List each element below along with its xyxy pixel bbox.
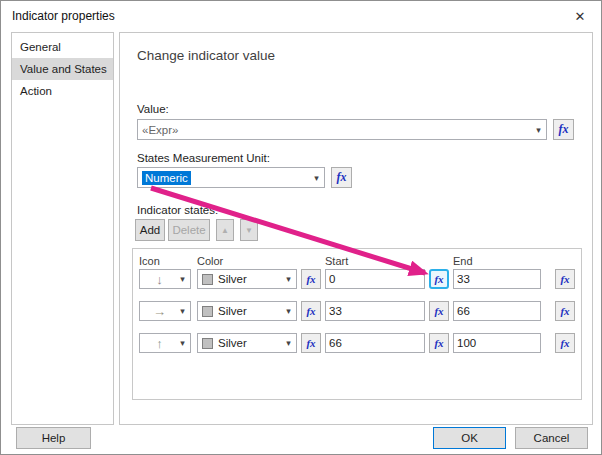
color-fx-button[interactable]: fx [301,333,321,353]
value-combobox-text: «Expr» [142,124,178,136]
state-row: → ▾ Silver ▾ fx fx fx [139,301,575,321]
icon-combobox[interactable]: ↑ ▾ [139,333,191,353]
ok-button[interactable]: OK [433,427,506,449]
color-combobox[interactable]: Silver ▾ [197,269,297,289]
end-input[interactable] [453,301,541,321]
end-input[interactable] [453,333,541,353]
close-icon[interactable]: ✕ [571,7,589,25]
help-button[interactable]: Help [16,427,91,449]
indicator-states-label: Indicator states: [137,204,218,216]
chevron-down-icon[interactable]: ▾ [281,334,296,352]
sidebar-item-value-and-states[interactable]: Value and States [12,58,113,80]
icon-column-header: Icon [139,255,191,267]
cancel-button[interactable]: Cancel [515,427,588,449]
unit-label: States Measurement Unit: [137,152,270,164]
states-toolbar: Add Delete ▲ ▼ [135,219,258,241]
value-combobox[interactable]: «Expr» ▾ [137,119,547,140]
unit-fx-button[interactable]: fx [331,167,352,188]
color-swatch [202,306,213,317]
chevron-down-icon[interactable]: ▾ [531,120,546,139]
start-fx-button[interactable]: fx [429,333,449,353]
chevron-down-icon[interactable]: ▾ [281,270,296,288]
sidebar-item-general[interactable]: General [12,36,113,58]
start-input[interactable] [325,269,425,289]
chevron-down-icon[interactable]: ▾ [175,334,190,352]
start-fx-button[interactable]: fx [429,269,449,289]
add-state-button[interactable]: Add [135,219,165,241]
start-input[interactable] [325,301,425,321]
chevron-down-icon[interactable]: ▾ [309,168,324,187]
states-table-header: Icon Color Start End [139,253,575,269]
icon-combobox[interactable]: → ▾ [139,301,191,321]
chevron-down-icon[interactable]: ▾ [175,270,190,288]
unit-combobox[interactable]: Numeric ▾ [137,167,325,188]
page-title: Change indicator value [137,48,275,63]
states-table: Icon Color Start End ↓ ▾ Silver ▾ fx [132,248,582,400]
value-label: Value: [137,103,169,115]
state-row: ↑ ▾ Silver ▾ fx fx fx [139,333,575,353]
color-swatch [202,338,213,349]
chevron-down-icon[interactable]: ▾ [175,302,190,320]
color-combobox[interactable]: Silver ▾ [197,301,297,321]
down-arrow-icon: ▼ [245,226,253,235]
dialog-title: Indicator properties [12,9,115,23]
color-combobox[interactable]: Silver ▾ [197,333,297,353]
color-fx-button[interactable]: fx [301,269,321,289]
start-column-header: Start [325,255,425,267]
down-arrow-icon: ↓ [144,272,175,287]
color-column-header: Color [197,255,297,267]
icon-combobox[interactable]: ↓ ▾ [139,269,191,289]
value-fx-button[interactable]: fx [553,119,574,140]
color-combobox-text: Silver [218,273,247,285]
sidebar-item-action[interactable]: Action [12,80,113,102]
color-combobox-text: Silver [218,337,247,349]
unit-combobox-text: Numeric [142,171,191,185]
move-down-button[interactable]: ▼ [240,219,258,241]
end-column-header: End [453,255,541,267]
up-arrow-icon: ▲ [221,226,229,235]
delete-state-button[interactable]: Delete [168,219,210,241]
up-arrow-icon: ↑ [144,336,175,351]
color-swatch [202,274,213,285]
end-input[interactable] [453,269,541,289]
main-panel: Change indicator value Value: «Expr» ▾ f… [119,32,593,425]
indicator-properties-dialog: Indicator properties ✕ General Value and… [0,0,602,455]
start-fx-button[interactable]: fx [429,301,449,321]
end-fx-button[interactable]: fx [555,269,575,289]
chevron-down-icon[interactable]: ▾ [281,302,296,320]
start-input[interactable] [325,333,425,353]
color-fx-button[interactable]: fx [301,301,321,321]
state-row: ↓ ▾ Silver ▾ fx fx fx [139,269,575,289]
end-fx-button[interactable]: fx [555,301,575,321]
end-fx-button[interactable]: fx [555,333,575,353]
right-arrow-icon: → [144,304,175,319]
color-combobox-text: Silver [218,305,247,317]
move-up-button[interactable]: ▲ [216,219,234,241]
sidebar: General Value and States Action [11,32,114,425]
